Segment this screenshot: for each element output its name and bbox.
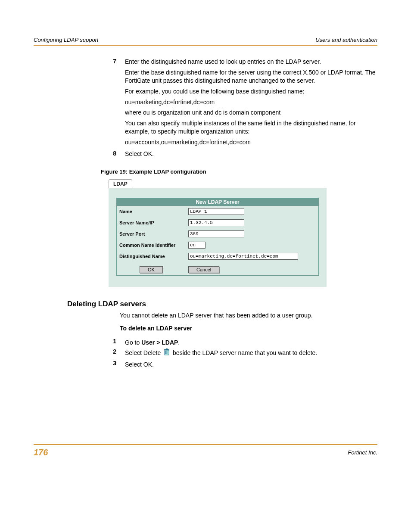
form-label: Server Name/IP <box>117 217 186 228</box>
form-input[interactable] <box>188 219 244 226</box>
step-number: 2 <box>101 348 125 358</box>
ok-button[interactable]: OK <box>140 266 163 273</box>
running-header: Configuring LDAP support Users and authe… <box>34 37 377 46</box>
step-number: 3 <box>101 360 125 369</box>
cancel-button[interactable]: Cancel <box>188 266 219 273</box>
svg-rect-2 <box>166 348 168 349</box>
form-input[interactable] <box>188 230 244 237</box>
form-input[interactable] <box>188 242 206 249</box>
form-label: Common Name Identifier <box>117 240 186 251</box>
step-body: Select OK. <box>125 360 377 369</box>
step-body: Go to User > LDAP. <box>125 338 377 347</box>
section-heading-deleting: Deleting LDAP servers <box>67 300 377 308</box>
figure-caption: Figure 19: Example LDAP configuration <box>101 168 377 175</box>
step-body: Select Delete beside the LDAP server nam… <box>125 348 377 358</box>
form-label: Distinguished Name <box>117 251 186 262</box>
page-footer: 176 Fortinet Inc. <box>34 444 377 457</box>
step-number: 1 <box>101 338 125 347</box>
ldap-tab[interactable]: LDAP <box>109 179 132 188</box>
form-input[interactable] <box>188 253 298 260</box>
step-body: Select OK. <box>125 150 377 161</box>
form-input[interactable] <box>188 208 244 215</box>
ldap-config-screenshot: LDAP New LDAP Server NameServer Name/IPS… <box>109 179 377 287</box>
trash-icon <box>163 348 170 358</box>
step-body: Enter the distinguished name used to loo… <box>125 58 377 149</box>
tab-curve-decoration <box>132 179 138 188</box>
ldap-form-title: New LDAP Server <box>117 198 319 206</box>
step-number: 8 <box>101 150 125 161</box>
page-number: 176 <box>34 448 48 457</box>
svg-rect-1 <box>164 349 169 350</box>
ldap-form-table: New LDAP Server NameServer Name/IPServer… <box>116 198 319 276</box>
form-label: Name <box>117 206 186 217</box>
header-left: Configuring LDAP support <box>34 37 99 43</box>
delete-heading: To delete an LDAP server <box>120 325 377 332</box>
footer-company: Fortinet Inc. <box>348 449 377 456</box>
deleting-intro: You cannot delete an LDAP server that ha… <box>120 312 377 319</box>
step-number: 7 <box>101 58 125 149</box>
form-label: Server Port <box>117 228 186 240</box>
header-right: Users and authentication <box>315 37 377 43</box>
